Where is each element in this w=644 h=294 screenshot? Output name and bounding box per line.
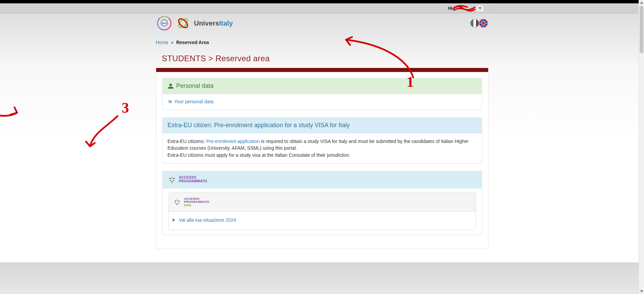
main-card: Personal data Your personal data Extra-E… [156, 68, 488, 249]
panel-accesso: ACCESSO PROGRAMMATO [162, 171, 482, 235]
accesso-sub-header: ACCESSO PROGRAMMATO 2024 [169, 193, 476, 212]
scrollbar[interactable] [639, 0, 644, 262]
svg-text:MUR: MUR [162, 22, 167, 24]
caret-down-icon [479, 7, 481, 9]
visa-paragraph-1: Extra-EU citizens: Pre-enrolment applica… [168, 138, 477, 152]
window-top-black-bar [0, 0, 644, 3]
breadcrumb-sep: » [171, 40, 174, 45]
your-personal-data-link[interactable]: Your personal data [168, 99, 214, 104]
accesso-text-2: ACCESSO PROGRAMMATO 2024 [184, 197, 210, 207]
person-icon [168, 83, 174, 89]
triangle-up-icon [640, 2, 643, 4]
panel-visa-heading: Extra-EU citizen: Pre-enrolment applicat… [163, 118, 482, 133]
breadcrumb: Home » Reserved Area [156, 40, 488, 45]
panel-personal-data: Personal data Your personal data [162, 78, 482, 110]
panel-visa: Extra-EU citizen: Pre-enrolment applicat… [162, 117, 482, 163]
flag-italian[interactable] [470, 19, 479, 28]
panel-personal-body: Your personal data [163, 94, 482, 110]
accesso-star-icon-2 [173, 198, 181, 207]
greeting-text: Hi [448, 6, 453, 11]
accesso-text: ACCESSO PROGRAMMATO [179, 176, 207, 183]
language-switch [470, 19, 488, 28]
accesso-logo-2024: ACCESSO PROGRAMMATO 2024 [173, 196, 472, 208]
panel-visa-title: Extra-EU citizen: Pre-enrolment applicat… [168, 122, 350, 129]
breadcrumb-current: Reserved Area [176, 40, 209, 45]
user-menu-toggle[interactable] [476, 5, 484, 12]
brand-logos: MUR UniversItaly [157, 15, 233, 31]
list-icon [168, 99, 172, 104]
universitaly-mark [175, 15, 191, 31]
accesso-link-text: Vai alla tua situazione 2024 [179, 217, 236, 223]
accesso-star-icon [168, 175, 176, 184]
accesso-line1: ACCESSO [179, 176, 197, 179]
panel-accesso-body: ACCESSO PROGRAMMATO 2024 Vai alla tua si… [163, 188, 482, 235]
accesso2-year: 2024 [184, 204, 191, 207]
topbar-divider [489, 5, 489, 12]
panel-visa-body: Extra-EU citizens: Pre-enrolment applica… [163, 133, 482, 163]
visa-paragraph-2: Extra-EU citizens must apply for a study… [168, 152, 477, 158]
scrollbar-thumb[interactable] [640, 6, 643, 53]
top-user-bar: Hi [0, 3, 644, 13]
accesso-logo: ACCESSO PROGRAMMATO [168, 174, 207, 185]
mur-logo: MUR [157, 15, 172, 31]
brand-univers: Univers [194, 20, 219, 27]
panel-personal-heading: Personal data [163, 78, 482, 94]
chevron-right-icon [173, 218, 175, 222]
panel-personal-title: Personal data [176, 82, 214, 89]
username-redacted [454, 6, 473, 11]
accesso-sub-box: ACCESSO PROGRAMMATO 2024 Vai alla tua si… [168, 192, 476, 230]
brand-italy: Italy [219, 20, 233, 27]
greeting-label: Hi [448, 6, 473, 11]
accesso-line2: PROGRAMMATO [179, 179, 207, 183]
annotation-3-label: 3 [122, 100, 129, 116]
accesso-sub-body: Vai alla tua situazione 2024 [169, 212, 476, 229]
breadcrumb-home-link[interactable]: Home [156, 40, 168, 45]
brand-text: UniversItaly [194, 20, 233, 27]
site-header: MUR UniversItaly [156, 13, 488, 32]
visa-lead: Extra-EU citizens: [168, 139, 206, 144]
scrollbar-up-button[interactable] [639, 0, 644, 5]
accesso-situazione-link[interactable]: Vai alla tua situazione 2024 [173, 217, 236, 223]
flag-english[interactable] [479, 19, 488, 28]
page-title: STUDENTS > Reserved area [162, 54, 488, 63]
preenrolment-link[interactable]: Pre-enrolment application [206, 139, 260, 144]
your-personal-data-text: Your personal data [174, 99, 214, 104]
panel-accesso-heading: ACCESSO PROGRAMMATO [163, 171, 482, 188]
